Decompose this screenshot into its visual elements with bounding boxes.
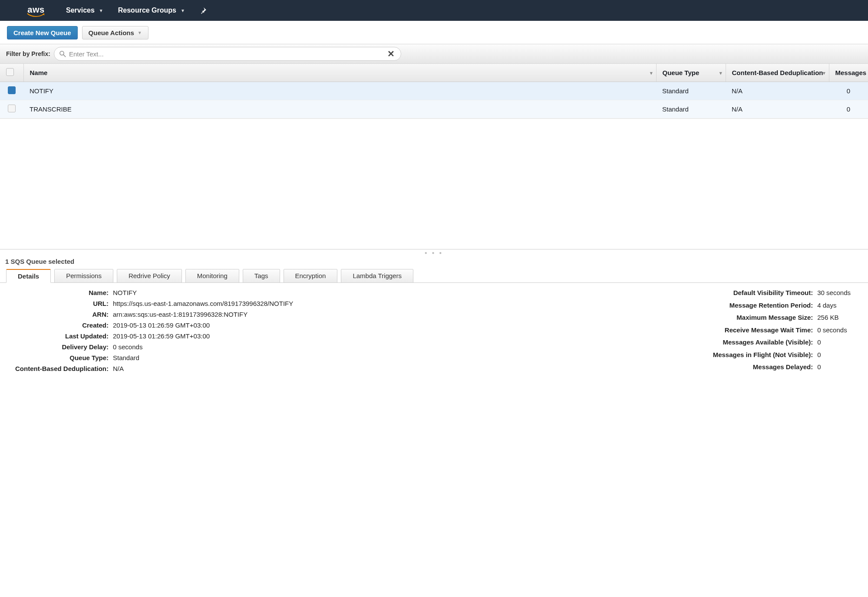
detail-key: Messages in Flight (Not Visible):: [674, 351, 813, 360]
row-queue-type: Standard: [656, 82, 726, 100]
detail-value: 0: [817, 351, 851, 360]
tab-tags[interactable]: Tags: [243, 269, 280, 283]
tab-lambda-triggers[interactable]: Lambda Triggers: [341, 269, 413, 283]
detail-value: N/A: [113, 365, 293, 372]
aws-logo[interactable]: aws: [27, 5, 45, 17]
chevron-down-icon: ▼: [181, 8, 185, 13]
detail-key: ARN:: [4, 311, 109, 318]
chevron-down-icon: ▼: [138, 30, 142, 35]
header-messages[interactable]: Messages: [829, 64, 868, 82]
row-queue-type: Standard: [656, 100, 726, 118]
detail-value: 256 KB: [817, 314, 851, 323]
spacer: [0, 119, 868, 249]
nav-resource-groups-label: Resource Groups: [118, 7, 176, 14]
detail-value: 0: [817, 338, 851, 348]
top-navbar: aws Services ▼ Resource Groups ▼: [0, 0, 868, 21]
detail-value: 30 seconds: [817, 289, 851, 298]
row-name: TRANSCRIBE: [23, 100, 656, 118]
row-checkbox[interactable]: [8, 105, 16, 112]
row-checkbox-cell[interactable]: [0, 82, 23, 100]
detail-value: arn:aws:sqs:us-east-1:819173996328:NOTIF…: [113, 311, 293, 318]
header-queue-type[interactable]: Queue Type ▾: [656, 64, 726, 82]
detail-key: Name:: [4, 289, 109, 296]
table-row[interactable]: TRANSCRIBEStandardN/A0: [0, 100, 868, 118]
pin-icon: [200, 7, 207, 14]
detail-value: 0: [817, 363, 851, 372]
nav-resource-groups[interactable]: Resource Groups ▼: [118, 7, 185, 14]
detail-key: Receive Message Wait Time:: [674, 326, 813, 335]
row-checkbox[interactable]: [8, 86, 16, 94]
filter-bar: Filter by Prefix: ✕: [0, 44, 868, 64]
toolbar: Create New Queue Queue Actions ▼: [0, 21, 868, 44]
queue-table-wrap: Name ▾ Queue Type ▾ Content-Based Dedupl…: [0, 64, 868, 119]
row-name: NOTIFY: [23, 82, 656, 100]
tab-monitoring[interactable]: Monitoring: [185, 269, 239, 283]
pin-shortcut[interactable]: [200, 7, 207, 14]
detail-key: Default Visibility Timeout:: [674, 289, 813, 298]
header-dedup[interactable]: Content-Based Deduplication ▾: [726, 64, 829, 82]
panel-drag-handle[interactable]: ● ● ●: [0, 249, 868, 255]
tab-encryption[interactable]: Encryption: [284, 269, 338, 283]
details-tabbar: DetailsPermissionsRedrive PolicyMonitori…: [0, 269, 868, 283]
detail-value: 2019-05-13 01:26:59 GMT+03:00: [113, 321, 293, 329]
details-panel: Name:NOTIFYURL:https://sqs.us-east-1.ama…: [0, 283, 868, 385]
detail-value: 0 seconds: [113, 343, 293, 351]
detail-value: 4 days: [817, 302, 851, 311]
tab-details[interactable]: Details: [6, 269, 51, 283]
header-name-label: Name: [30, 69, 48, 76]
header-queue-type-label: Queue Type: [663, 69, 700, 76]
row-dedup: N/A: [726, 100, 829, 118]
queue-table: Name ▾ Queue Type ▾ Content-Based Dedupl…: [0, 64, 868, 118]
header-checkbox-cell[interactable]: [0, 64, 23, 82]
detail-key: Content-Based Deduplication:: [4, 365, 109, 372]
queue-actions-button[interactable]: Queue Actions ▼: [82, 26, 149, 39]
panel-selection-text: 1 SQS Queue selected: [0, 255, 868, 269]
svg-line-1: [63, 55, 66, 57]
search-icon: [59, 50, 66, 58]
detail-value: 0 seconds: [817, 326, 851, 335]
detail-key: Messages Delayed:: [674, 363, 813, 372]
clear-icon[interactable]: ✕: [386, 49, 396, 59]
header-messages-label: Messages: [835, 69, 867, 76]
row-messages: 0: [829, 82, 868, 100]
detail-key: Queue Type:: [4, 354, 109, 361]
detail-key: URL:: [4, 300, 109, 307]
create-queue-button[interactable]: Create New Queue: [7, 26, 78, 39]
details-left: Name:NOTIFYURL:https://sqs.us-east-1.ama…: [4, 289, 293, 372]
filter-input-wrap: ✕: [54, 47, 401, 61]
nav-services-label: Services: [66, 7, 95, 14]
tab-redrive-policy[interactable]: Redrive Policy: [117, 269, 182, 283]
sort-icon: ▾: [823, 70, 825, 75]
header-name[interactable]: Name ▾: [23, 64, 656, 82]
svg-point-0: [60, 51, 64, 55]
tab-permissions[interactable]: Permissions: [54, 269, 113, 283]
sort-icon: ▾: [650, 70, 653, 75]
select-all-checkbox[interactable]: [6, 68, 14, 76]
detail-key: Messages Available (Visible):: [674, 338, 813, 348]
aws-logo-text: aws: [27, 5, 44, 14]
filter-label: Filter by Prefix:: [6, 50, 50, 57]
detail-value: https://sqs.us-east-1.amazonaws.com/8191…: [113, 300, 293, 307]
chevron-down-icon: ▼: [99, 8, 103, 13]
detail-key: Last Updated:: [4, 332, 109, 340]
detail-key: Delivery Delay:: [4, 343, 109, 351]
row-messages: 0: [829, 100, 868, 118]
sort-icon: ▾: [719, 70, 722, 75]
nav-services[interactable]: Services ▼: [66, 7, 103, 14]
table-row[interactable]: NOTIFYStandardN/A0: [0, 82, 868, 100]
details-right: Default Visibility Timeout:30 secondsMes…: [674, 289, 851, 372]
aws-smile-icon: [27, 13, 45, 17]
detail-key: Maximum Message Size:: [674, 314, 813, 323]
detail-value: 2019-05-13 01:26:59 GMT+03:00: [113, 332, 293, 340]
header-dedup-label: Content-Based Deduplication: [732, 69, 823, 76]
detail-value: NOTIFY: [113, 289, 293, 296]
detail-key: Created:: [4, 321, 109, 329]
detail-value: Standard: [113, 354, 293, 361]
filter-input[interactable]: [66, 50, 386, 58]
row-checkbox-cell[interactable]: [0, 100, 23, 118]
queue-actions-label: Queue Actions: [89, 29, 134, 36]
row-dedup: N/A: [726, 82, 829, 100]
detail-key: Message Retention Period:: [674, 302, 813, 311]
